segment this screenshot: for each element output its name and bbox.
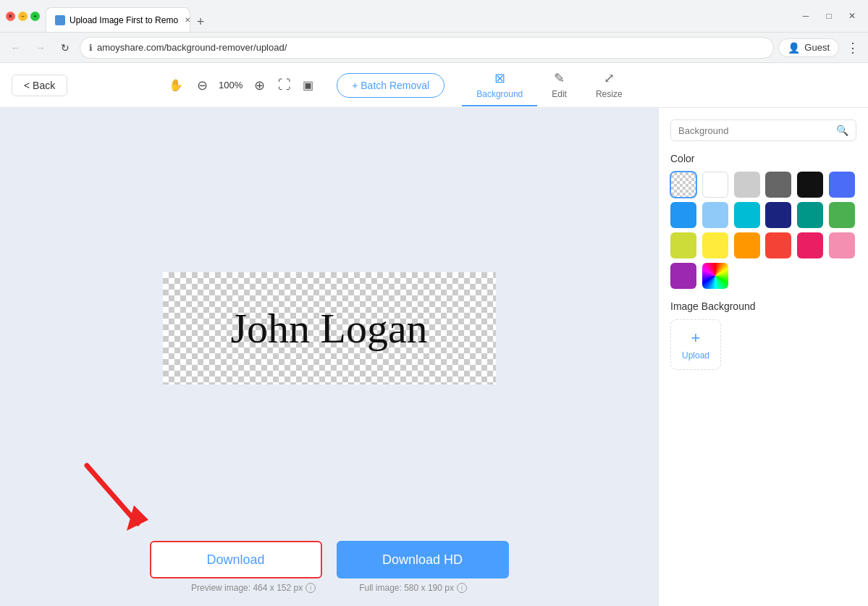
download-info: Preview image: 464 x 152 px i Full image…: [191, 583, 467, 593]
color-green[interactable]: [829, 202, 855, 228]
full-info-text: Full image: 580 x 190 px: [359, 583, 454, 593]
color-grid: [670, 172, 856, 289]
upload-image-background-btn[interactable]: + Upload: [670, 319, 721, 370]
color-blue-dark[interactable]: [829, 172, 855, 198]
color-rainbow[interactable]: [702, 263, 728, 289]
color-gray[interactable]: [765, 172, 791, 198]
forward-nav-btn[interactable]: →: [30, 38, 51, 58]
color-purple[interactable]: [670, 263, 696, 289]
color-dark-blue[interactable]: [765, 202, 791, 228]
svg-line-0: [87, 466, 138, 523]
split-view-icon[interactable]: ▣: [300, 75, 316, 95]
address-bar[interactable]: ℹ amoyshare.com/background-remover/uploa…: [80, 37, 774, 59]
color-black[interactable]: [797, 172, 823, 198]
preview-info: Preview image: 464 x 152 px i: [191, 583, 316, 593]
tab-resize[interactable]: ⤢ Resize: [581, 64, 637, 106]
resize-tab-icon: ⤢: [604, 70, 615, 86]
zoom-controls: ✋ ⊖ 100% ⊕ ⛶ ▣: [166, 75, 316, 96]
color-blue[interactable]: [670, 202, 696, 228]
minimize-btn[interactable]: ─: [796, 6, 816, 26]
guest-icon: 👤: [788, 42, 800, 54]
active-tab[interactable]: Upload Image First to Remo ✕: [46, 7, 190, 32]
preview-info-text: Preview image: 464 x 152 px: [191, 583, 303, 593]
download-section: Download Download HD Preview image: 464 …: [0, 541, 658, 593]
background-search-bar[interactable]: 🔍: [670, 119, 856, 141]
background-tab-label: Background: [476, 89, 523, 99]
color-white[interactable]: [702, 172, 728, 198]
preview-info-icon[interactable]: i: [306, 583, 316, 593]
upload-label: Upload: [682, 350, 709, 361]
right-panel-tabs: ⊠ Background ✎ Edit ⤢ Resize: [462, 64, 636, 106]
browser-menu-btn[interactable]: ⋮: [843, 37, 862, 59]
zoom-in-btn[interactable]: ⊕: [249, 75, 269, 96]
back-button[interactable]: < Back: [12, 75, 67, 96]
color-transparent[interactable]: [670, 172, 696, 198]
guest-button[interactable]: 👤 Guest: [778, 38, 839, 57]
refresh-nav-btn[interactable]: ↻: [55, 38, 75, 58]
browser-tabs: Upload Image First to Remo ✕ +: [46, 0, 790, 32]
resize-tab-label: Resize: [596, 89, 623, 99]
color-yellow-green[interactable]: [670, 232, 696, 258]
arrow-annotation: [72, 451, 159, 541]
browser-navbar: ← → ↻ ℹ amoyshare.com/background-remover…: [0, 33, 868, 63]
canvas-area: John Logan Download Download HD Preview …: [0, 108, 658, 606]
right-panel: 🔍 Color: [658, 108, 868, 606]
color-red[interactable]: [765, 232, 791, 258]
window-action-btns: ─ □ ✕: [796, 6, 862, 26]
maximize-window-btn[interactable]: +: [30, 12, 40, 21]
browser-chrome: ✕ − + Upload Image First to Remo ✕ + ─ □…: [0, 0, 868, 33]
upload-plus-icon: +: [691, 329, 701, 348]
close-btn[interactable]: ✕: [842, 6, 862, 26]
background-search-input[interactable]: [678, 125, 832, 136]
image-preview: John Logan: [163, 272, 496, 384]
color-yellow[interactable]: [702, 232, 728, 258]
fit-screen-icon[interactable]: ⛶: [275, 75, 294, 96]
color-pink[interactable]: [829, 232, 855, 258]
color-teal[interactable]: [797, 202, 823, 228]
minimize-window-btn[interactable]: −: [18, 12, 28, 21]
tab-favicon: [55, 15, 65, 25]
image-background-title: Image Background: [670, 300, 856, 312]
full-info: Full image: 580 x 190 px i: [359, 583, 467, 593]
color-cyan[interactable]: [734, 202, 760, 228]
download-buttons: Download Download HD: [150, 541, 509, 578]
color-light-blue[interactable]: [702, 202, 728, 228]
back-nav-btn[interactable]: ←: [6, 38, 26, 58]
edit-tab-label: Edit: [552, 89, 567, 99]
background-tab-icon: ⊠: [494, 70, 505, 86]
zoom-level: 100%: [218, 80, 243, 91]
edit-tab-icon: ✎: [554, 70, 565, 86]
color-light-gray[interactable]: [734, 172, 760, 198]
tab-background[interactable]: ⊠ Background: [462, 64, 537, 106]
color-pink-red[interactable]: [797, 232, 823, 258]
batch-removal-button[interactable]: + Batch Removal: [337, 73, 444, 98]
tab-close-btn[interactable]: ✕: [182, 15, 190, 25]
image-text: John Logan: [230, 304, 427, 353]
color-section-title: Color: [670, 153, 856, 164]
transparent-background: John Logan: [163, 272, 496, 384]
close-window-btn[interactable]: ✕: [6, 12, 15, 21]
download-free-button[interactable]: Download: [150, 541, 322, 578]
color-orange[interactable]: [734, 232, 760, 258]
address-text: amoyshare.com/background-remover/upload/: [97, 42, 287, 53]
search-icon: 🔍: [836, 125, 848, 136]
main-layout: John Logan Download Download HD Preview …: [0, 108, 868, 606]
zoom-out-btn[interactable]: ⊖: [192, 75, 212, 96]
address-lock-icon: ℹ: [89, 43, 93, 53]
tab-edit[interactable]: ✎ Edit: [537, 64, 581, 106]
guest-label: Guest: [804, 42, 830, 53]
restore-btn[interactable]: □: [819, 6, 839, 26]
pan-icon[interactable]: ✋: [166, 75, 186, 95]
download-hd-button[interactable]: Download HD: [337, 541, 509, 578]
window-controls: ✕ − +: [6, 12, 40, 21]
new-tab-btn[interactable]: +: [190, 12, 211, 32]
tab-title: Upload Image First to Remo: [69, 15, 178, 25]
red-arrow-icon: [72, 451, 159, 538]
full-info-icon[interactable]: i: [457, 583, 467, 593]
app-toolbar: < Back ✋ ⊖ 100% ⊕ ⛶ ▣ + Batch Removal ⊠ …: [0, 63, 868, 108]
